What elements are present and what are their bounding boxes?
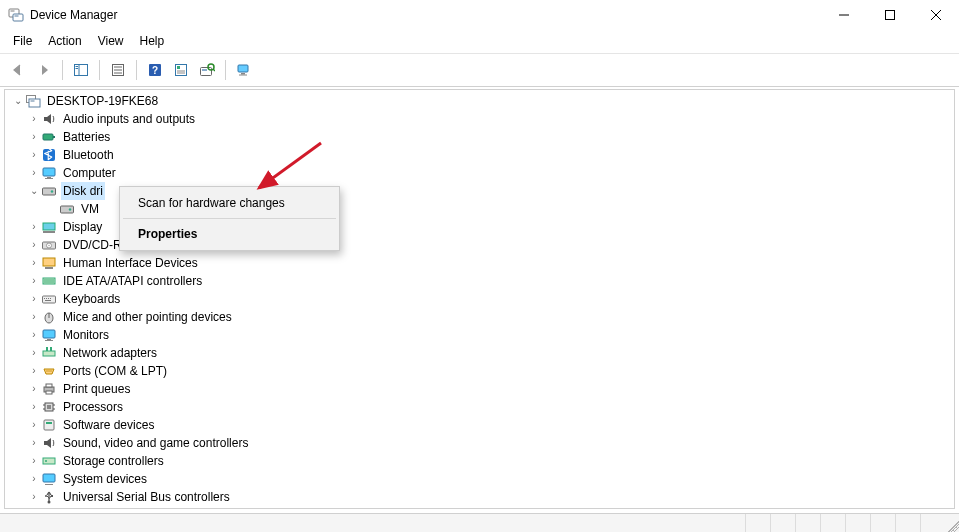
chevron-right-icon[interactable]: › (27, 344, 41, 362)
tree-item-usb[interactable]: › Universal Serial Bus controllers (7, 488, 954, 506)
tree-item-monitors[interactable]: › Monitors (7, 326, 954, 344)
tree-root[interactable]: ⌄ DESKTOP-19FKE68 (7, 92, 954, 110)
chevron-right-icon[interactable]: › (27, 218, 41, 236)
tree-item-label: Print queues (61, 380, 132, 398)
svg-rect-27 (241, 73, 245, 75)
statusbar (0, 513, 959, 532)
svg-rect-37 (45, 178, 53, 179)
svg-rect-47 (43, 258, 55, 266)
chevron-right-icon[interactable]: › (27, 434, 41, 452)
update-driver-button[interactable] (169, 58, 193, 82)
svg-line-25 (213, 69, 215, 71)
svg-rect-60 (43, 330, 55, 338)
chevron-right-icon[interactable]: › (27, 236, 41, 254)
tree-item-bluetooth[interactable]: › Bluetooth (7, 146, 954, 164)
tree-item-audio[interactable]: › Audio inputs and outputs (7, 110, 954, 128)
chevron-right-icon[interactable]: › (27, 326, 41, 344)
svg-point-81 (45, 460, 47, 462)
devices-button[interactable] (232, 58, 256, 82)
svg-rect-26 (238, 65, 248, 72)
chevron-right-icon[interactable]: › (27, 416, 41, 434)
svg-rect-64 (46, 347, 48, 351)
svg-rect-65 (50, 347, 52, 351)
tree-item-sound[interactable]: › Sound, video and game controllers (7, 434, 954, 452)
menu-file[interactable]: File (6, 32, 39, 50)
chevron-right-icon[interactable]: › (27, 146, 41, 164)
chevron-right-icon[interactable]: › (27, 488, 41, 506)
svg-rect-23 (202, 69, 207, 71)
tree-item-network[interactable]: › Network adapters (7, 344, 954, 362)
minimize-button[interactable] (821, 0, 867, 30)
svg-rect-57 (45, 300, 51, 301)
resize-grip[interactable] (945, 518, 959, 532)
speaker-icon (41, 111, 57, 127)
svg-rect-11 (76, 68, 79, 69)
chevron-right-icon[interactable]: › (27, 380, 41, 398)
tree-item-label: Network adapters (61, 344, 159, 362)
svg-rect-32 (43, 134, 53, 140)
hid-icon (41, 255, 57, 271)
tree-item-software-devices[interactable]: › Software devices (7, 416, 954, 434)
context-menu-scan[interactable]: Scan for hardware changes (122, 190, 337, 216)
menu-view[interactable]: View (91, 32, 131, 50)
tree-item-label: IDE ATA/ATAPI controllers (61, 272, 204, 290)
back-button[interactable] (6, 58, 30, 82)
tree-item-print-queues[interactable]: › Print queues (7, 380, 954, 398)
sound-icon (41, 435, 57, 451)
svg-point-68 (50, 370, 51, 371)
forward-button[interactable] (32, 58, 56, 82)
tree-item-processors[interactable]: › Processors (7, 398, 954, 416)
svg-point-86 (45, 495, 47, 497)
tree-item-system-devices[interactable]: › System devices (7, 470, 954, 488)
tree-item-ide[interactable]: › IDE ATA/ATAPI controllers (7, 272, 954, 290)
chevron-right-icon[interactable]: › (27, 308, 41, 326)
tree-item-label: Software devices (61, 416, 156, 434)
tree-item-label: Disk dri (61, 182, 105, 200)
menu-action[interactable]: Action (41, 32, 88, 50)
chevron-right-icon[interactable]: › (27, 254, 41, 272)
tree-item-ports[interactable]: › Ports (COM & LPT) (7, 362, 954, 380)
help-button[interactable]: ? (143, 58, 167, 82)
svg-rect-19 (177, 66, 180, 69)
tree-item-label: Monitors (61, 326, 111, 344)
tree-item-mice[interactable]: › Mice and other pointing devices (7, 308, 954, 326)
chevron-right-icon[interactable]: › (27, 362, 41, 380)
maximize-button[interactable] (867, 0, 913, 30)
svg-rect-71 (46, 391, 52, 394)
chevron-down-icon[interactable]: ⌄ (11, 92, 25, 110)
properties-button[interactable] (106, 58, 130, 82)
svg-rect-70 (46, 384, 52, 387)
printer-icon (41, 381, 57, 397)
tree-item-hid[interactable]: › Human Interface Devices (7, 254, 954, 272)
close-button[interactable] (913, 0, 959, 30)
menu-help[interactable]: Help (133, 32, 172, 50)
chevron-right-icon[interactable]: › (27, 272, 41, 290)
svg-point-41 (69, 208, 71, 210)
scan-hardware-button[interactable] (195, 58, 219, 82)
app-icon (8, 7, 24, 23)
tree-item-batteries[interactable]: › Batteries (7, 128, 954, 146)
svg-point-46 (48, 245, 49, 246)
tree-item-keyboards[interactable]: › Keyboards (7, 290, 954, 308)
chevron-right-icon[interactable]: › (27, 110, 41, 128)
chevron-down-icon[interactable]: ⌄ (27, 182, 41, 200)
tree-item-label: Display (61, 218, 104, 236)
chevron-right-icon[interactable]: › (27, 398, 41, 416)
chevron-right-icon[interactable]: › (27, 470, 41, 488)
system-icon (41, 471, 57, 487)
tree-item-computer[interactable]: › Computer (7, 164, 954, 182)
chevron-right-icon[interactable]: › (27, 290, 41, 308)
chevron-right-icon[interactable]: › (27, 452, 41, 470)
tree-item-label: Storage controllers (61, 452, 166, 470)
tree-pane: ⌄ DESKTOP-19FKE68 › Audio inputs and out… (4, 89, 955, 509)
show-hide-console-tree-button[interactable] (69, 58, 93, 82)
tree-item-storage[interactable]: › Storage controllers (7, 452, 954, 470)
svg-rect-80 (43, 458, 55, 464)
context-menu-properties[interactable]: Properties (122, 221, 337, 247)
chevron-right-icon[interactable]: › (27, 128, 41, 146)
chevron-right-icon[interactable]: › (27, 164, 41, 182)
disk-icon (59, 201, 75, 217)
tree-item-label: Audio inputs and outputs (61, 110, 197, 128)
display-adapter-icon (41, 219, 57, 235)
tree-item-label: Ports (COM & LPT) (61, 362, 169, 380)
